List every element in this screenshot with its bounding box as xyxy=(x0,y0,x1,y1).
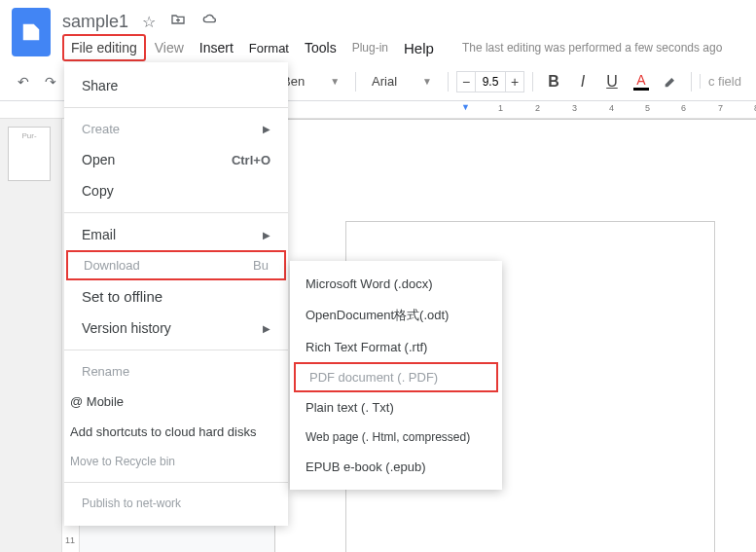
font-select[interactable]: Arial ▼ xyxy=(364,70,440,92)
menu-recycle[interactable]: Move to Recycle bin xyxy=(64,447,288,476)
save-status: The last editing was performed a few sec… xyxy=(462,41,722,55)
ruler-tick: 5 xyxy=(645,103,650,113)
menu-view[interactable]: View xyxy=(148,36,191,59)
download-odt[interactable]: OpenDocument格式(.odt) xyxy=(290,299,502,332)
thumbnail-panel: Pur- xyxy=(0,119,62,552)
header: sample1 ☆ File editing View Insert Forma… xyxy=(0,0,756,62)
separator xyxy=(64,212,288,213)
menu-plugin[interactable]: Plug-in xyxy=(345,37,395,58)
menu-help[interactable]: Help xyxy=(397,36,441,60)
menu-rename[interactable]: Rename xyxy=(64,356,288,386)
menu-email[interactable]: Email▶ xyxy=(64,219,288,250)
chevron-right-icon: ▶ xyxy=(263,323,270,334)
indent-marker-icon[interactable]: ▼ xyxy=(461,102,470,112)
ruler-tick: 6 xyxy=(681,103,686,113)
separator xyxy=(64,107,288,108)
separator xyxy=(691,72,692,92)
download-suffix: Bu xyxy=(253,258,269,273)
underline-button[interactable]: U xyxy=(599,69,625,94)
menu-tools[interactable]: Tools xyxy=(298,36,343,59)
separator xyxy=(64,482,288,483)
menu-create[interactable]: Create▶ xyxy=(64,114,288,144)
ruler-tick: 4 xyxy=(609,103,614,113)
document-title[interactable]: sample1 xyxy=(62,12,128,32)
decrease-font-button[interactable]: − xyxy=(456,71,476,92)
download-txt[interactable]: Plain text (. Txt) xyxy=(290,392,502,423)
ruler-tick: 1 xyxy=(498,103,503,113)
download-pdf[interactable]: PDF document (. PDF) xyxy=(294,362,498,392)
menu-file[interactable]: File editing xyxy=(62,34,146,61)
menu-mobile[interactable]: @ Mobile xyxy=(64,386,288,417)
shortcut-label: Ctrl+O xyxy=(232,153,270,167)
download-epub[interactable]: EPUB e-book (.epub) xyxy=(290,452,502,482)
font-size-input[interactable] xyxy=(476,71,505,92)
star-icon[interactable]: ☆ xyxy=(142,13,156,31)
file-dropdown-menu: Share Create▶ OpenCtrl+O Copy Email▶ Dow… xyxy=(64,62,288,526)
menu-cloud-shortcuts[interactable]: Add shortcuts to cloud hard disks xyxy=(64,417,288,447)
chevron-down-icon: ▼ xyxy=(330,76,340,87)
ruler-tick: 11 xyxy=(65,535,75,545)
menu-insert[interactable]: Insert xyxy=(193,36,240,59)
font-select-label: Arial xyxy=(372,74,397,89)
undo-icon[interactable]: ↶ xyxy=(12,70,35,93)
docs-logo-icon[interactable] xyxy=(12,8,51,56)
menu-open[interactable]: OpenCtrl+O xyxy=(64,144,288,175)
separator xyxy=(532,72,533,92)
menu-publish[interactable]: Publish to net-work xyxy=(64,489,288,518)
text-color-label: A xyxy=(636,72,645,88)
separator xyxy=(355,72,356,92)
increase-font-button[interactable]: + xyxy=(505,71,524,92)
menu-format[interactable]: Format xyxy=(242,37,296,59)
separator xyxy=(448,72,449,92)
chevron-right-icon: ▶ xyxy=(263,124,270,134)
menu-download[interactable]: DownloadBu xyxy=(66,250,286,280)
move-folder-icon[interactable] xyxy=(169,12,187,31)
separator xyxy=(64,350,288,350)
cloud-icon[interactable] xyxy=(200,12,220,31)
menu-version-history[interactable]: Version history▶ xyxy=(64,313,288,344)
chevron-down-icon: ▼ xyxy=(422,76,432,87)
chevron-right-icon: ▶ xyxy=(263,230,270,240)
ruler-tick: 7 xyxy=(718,103,723,113)
highlight-button[interactable] xyxy=(658,69,683,94)
color-bar xyxy=(633,88,649,91)
download-html[interactable]: Web page (. Html, compressed) xyxy=(290,423,502,452)
c-field[interactable]: c field xyxy=(700,74,741,89)
menu-offline[interactable]: Set to offline xyxy=(64,280,288,313)
italic-button[interactable]: I xyxy=(570,69,595,94)
font-size-control: − + xyxy=(456,71,524,92)
redo-icon[interactable]: ↷ xyxy=(39,70,62,93)
download-rtf[interactable]: Rich Text Format (.rtf) xyxy=(290,332,502,362)
download-docx[interactable]: Microsoft Word (.docx) xyxy=(290,269,502,299)
text-color-button[interactable]: A xyxy=(629,69,654,94)
bold-button[interactable]: B xyxy=(541,69,566,94)
download-submenu: Microsoft Word (.docx) OpenDocument格式(.o… xyxy=(290,261,502,490)
ruler-tick: 3 xyxy=(572,103,577,113)
menu-share[interactable]: Share xyxy=(64,70,288,101)
ruler-tick: 2 xyxy=(535,103,540,113)
menu-bar: File editing View Insert Format Tools Pl… xyxy=(62,35,744,60)
menu-copy[interactable]: Copy xyxy=(64,175,288,206)
page-thumbnail[interactable]: Pur- xyxy=(8,127,51,181)
